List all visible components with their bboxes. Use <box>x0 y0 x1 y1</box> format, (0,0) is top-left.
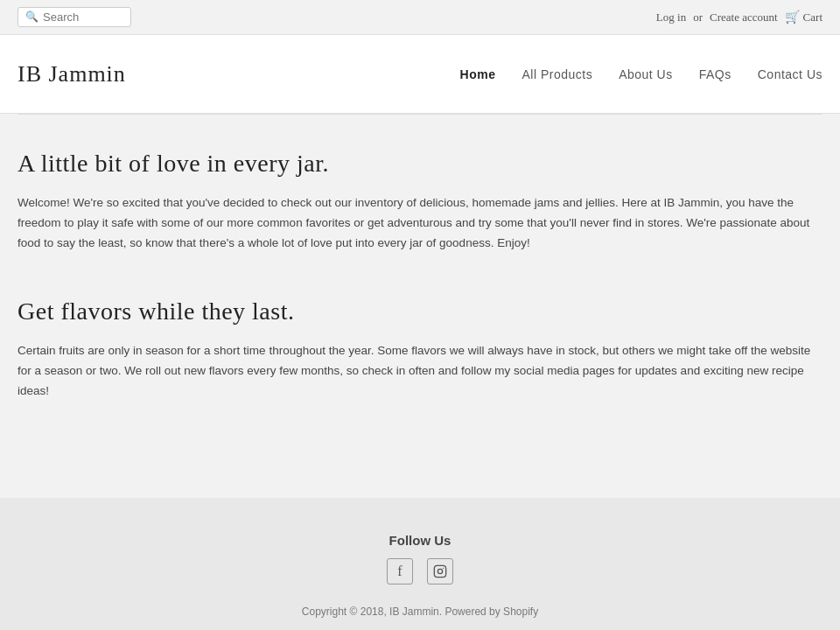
nav-link-home[interactable]: Home <box>460 67 496 81</box>
nav-link-all-products[interactable]: All Products <box>522 67 592 81</box>
nav-link-contact-us[interactable]: Contact Us <box>758 67 822 81</box>
top-bar: 🔍 Log in or Create account 🛒 Cart <box>0 0 840 35</box>
section-love: A little bit of love in every jar. Welco… <box>18 150 822 254</box>
svg-rect-0 <box>434 565 445 577</box>
section-love-title: A little bit of love in every jar. <box>18 150 822 178</box>
nav-bar: IB Jammin Home All Products About Us FAQ… <box>0 35 840 114</box>
search-icon: 🔍 <box>25 10 38 24</box>
cart-label: Cart <box>803 10 822 24</box>
nav-link-faqs[interactable]: FAQs <box>699 67 732 81</box>
cart-link[interactable]: 🛒 Cart <box>785 10 822 24</box>
top-bar-right: Log in or Create account 🛒 Cart <box>656 10 822 24</box>
cart-icon: 🛒 <box>785 10 800 24</box>
login-link[interactable]: Log in <box>656 10 686 24</box>
section-flavors-title: Get flavors while they last. <box>18 298 822 326</box>
site-title: IB Jammin <box>18 61 126 88</box>
svg-point-1 <box>438 569 442 573</box>
section-love-body: Welcome! We're so excited that you've de… <box>18 193 822 254</box>
section-flavors-body: Certain fruits are only in season for a … <box>18 341 822 402</box>
or-separator: or <box>693 10 703 24</box>
instagram-icon[interactable] <box>427 558 453 584</box>
main-content: A little bit of love in every jar. Welco… <box>0 115 840 498</box>
svg-point-2 <box>443 567 444 568</box>
follow-us-label: Follow Us <box>18 533 822 548</box>
nav-links: Home All Products About Us FAQs Contact … <box>460 67 822 81</box>
section-flavors: Get flavors while they last. Certain fru… <box>18 298 822 402</box>
nav-link-about-us[interactable]: About Us <box>619 67 673 81</box>
copyright-text: Copyright © 2018, IB Jammin. Powered by … <box>18 606 822 618</box>
search-input[interactable] <box>43 10 122 24</box>
footer: Follow Us f Copyright © 2018, IB Jammin.… <box>0 498 840 630</box>
search-form[interactable]: 🔍 <box>18 7 131 27</box>
social-icons: f <box>18 558 822 584</box>
create-account-link[interactable]: Create account <box>710 10 778 24</box>
facebook-icon[interactable]: f <box>387 558 413 584</box>
